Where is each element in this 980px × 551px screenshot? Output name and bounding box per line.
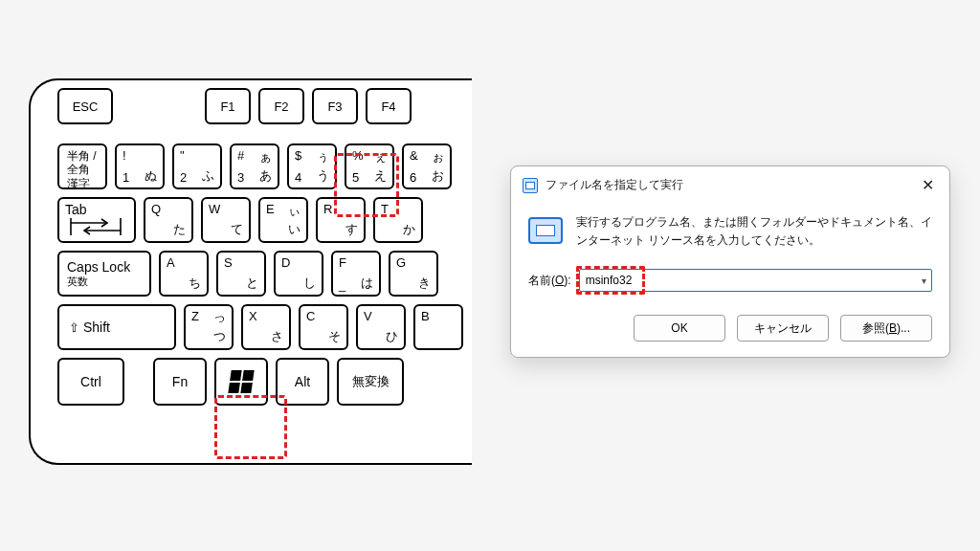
- dialog-description: 実行するプログラム名、または開くフォルダーやドキュメント名、インターネット リソ…: [576, 213, 932, 250]
- key-v: Vひ: [356, 304, 406, 350]
- dialog-titlebar: ファイル名を指定して実行 ✕: [511, 166, 949, 202]
- key-f4: F4: [366, 88, 412, 124]
- dialog-title: ファイル名を指定して実行: [546, 177, 683, 193]
- key-label: ESC: [73, 99, 99, 114]
- key-1: !1ぬ: [115, 143, 165, 189]
- name-input[interactable]: [579, 269, 932, 292]
- ok-button[interactable]: OK: [634, 315, 725, 342]
- close-button[interactable]: ✕: [916, 174, 940, 196]
- cancel-button[interactable]: キャンセル: [737, 315, 829, 342]
- windows-logo-icon: [228, 370, 254, 393]
- key-capslock: Caps Lock英数: [57, 251, 151, 297]
- key-label: F3: [327, 99, 342, 114]
- tab-arrows-icon: [69, 218, 122, 235]
- key-x: Xさ: [241, 304, 291, 350]
- key-a: Aち: [159, 251, 209, 297]
- key-2: "2ふ: [172, 143, 222, 189]
- run-dialog-icon: [523, 178, 538, 193]
- key-r: Rす: [316, 197, 366, 243]
- key-g: Gき: [389, 251, 438, 297]
- key-f2: F2: [258, 88, 304, 124]
- key-label: F4: [381, 99, 395, 114]
- key-label: F2: [274, 99, 288, 114]
- key-ctrl: Ctrl: [57, 358, 124, 406]
- browse-button[interactable]: 参照(B)...: [840, 315, 932, 342]
- key-f1: F1: [205, 88, 251, 124]
- key-label: Fn: [172, 374, 188, 389]
- name-field-label: 名前(O):: [528, 273, 571, 289]
- key-c: Cそ: [299, 304, 348, 350]
- key-f: F_は: [331, 251, 381, 297]
- key-label: 半角 / 全角 漢字: [67, 149, 97, 190]
- key-sublabel: 英数: [67, 275, 88, 289]
- keyboard-illustration: ESC F1 F2 F3 F4 半角 / 全角 漢字 !1ぬ "2ふ #ぁ3あ …: [29, 78, 472, 465]
- key-hankaku: 半角 / 全角 漢字: [57, 143, 107, 189]
- key-f3: F3: [312, 88, 358, 124]
- shift-arrow-icon: ⇧: [69, 320, 79, 335]
- key-3: #ぁ3あ: [230, 143, 279, 189]
- key-label: 無変換: [352, 373, 390, 390]
- key-label: F1: [220, 99, 234, 114]
- key-s: Sと: [216, 251, 266, 297]
- key-muhenkan: 無変換: [337, 358, 404, 406]
- key-z: Zっつ: [184, 304, 234, 350]
- key-e: Eぃい: [258, 197, 308, 243]
- key-d: Dし: [274, 251, 323, 297]
- key-esc: ESC: [57, 88, 113, 124]
- key-fn: Fn: [153, 358, 207, 406]
- key-label: Ctrl: [80, 374, 101, 389]
- key-label: Alt: [295, 374, 310, 389]
- run-dialog: ファイル名を指定して実行 ✕ 実行するプログラム名、または開くフォルダーやドキュ…: [510, 165, 950, 358]
- key-label: Tab: [65, 202, 87, 217]
- key-5: %ぇ5え: [345, 143, 394, 189]
- key-t: Tか: [373, 197, 423, 243]
- key-6: &ぉ6お: [402, 143, 452, 189]
- key-label: Shift: [83, 320, 110, 335]
- key-w: Wて: [201, 197, 251, 243]
- key-b: B: [413, 304, 463, 350]
- keyboard-inner: ESC F1 F2 F3 F4 半角 / 全角 漢字 !1ぬ "2ふ #ぁ3あ …: [57, 88, 472, 413]
- key-tab: Tab: [57, 197, 136, 243]
- run-prompt-icon: [528, 217, 563, 244]
- key-windows: [214, 358, 268, 406]
- key-label: Caps Lock: [67, 259, 130, 275]
- key-shift: ⇧ Shift: [57, 304, 176, 350]
- key-alt: Alt: [276, 358, 329, 406]
- key-q: Qた: [144, 197, 193, 243]
- key-4: $ぅ4う: [287, 143, 337, 189]
